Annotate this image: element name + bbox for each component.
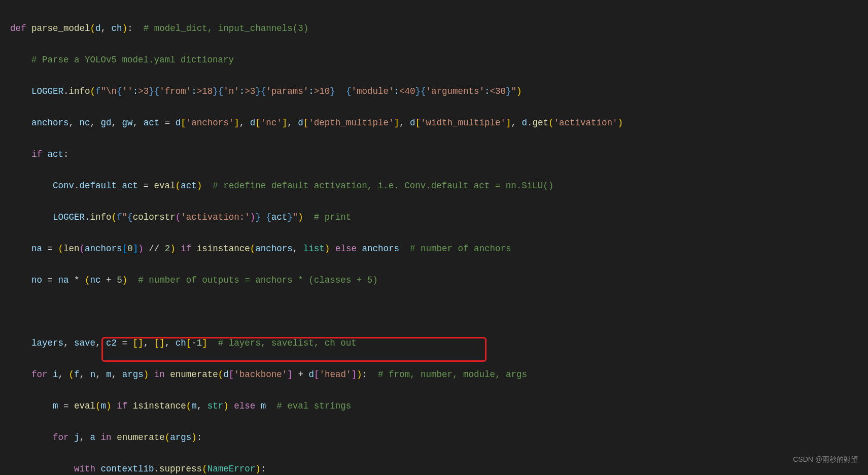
code-line: [10, 304, 858, 320]
code-line: with contextlib.suppress(NameError):: [10, 461, 858, 475]
code-line: LOGGER.info(f"\n{'':>3}{'from':>18}{'n':…: [10, 84, 858, 99]
code-line: no = na * (nc + 5) # number of outputs =…: [10, 273, 858, 288]
code-line: for j, a in enumerate(args):: [10, 430, 858, 446]
code-line: anchors, nc, gd, gw, act = d['anchors'],…: [10, 115, 858, 131]
code-line: for i, (f, n, m, args) in enumerate(d['b…: [10, 367, 858, 383]
code-line: if act:: [10, 147, 858, 162]
watermark: CSDN @雨秒的對望: [793, 452, 858, 467]
code-line: layers, save, c2 = [], [], ch[-1] # laye…: [10, 335, 858, 351]
code-line: Conv.default_act = eval(act) # redefine …: [10, 178, 858, 194]
code-line: na = (len(anchors[0]) // 2) if isinstanc…: [10, 241, 858, 257]
code-line: # Parse a YOLOv5 model.yaml dictionary: [10, 52, 858, 68]
code-line: m = eval(m) if isinstance(m, str) else m…: [10, 398, 858, 414]
code-editor[interactable]: def parse_model(d, ch): # model_dict, in…: [0, 0, 868, 475]
code-line: def parse_model(d, ch): # model_dict, in…: [10, 21, 858, 37]
code-line: LOGGER.info(f"{colorstr('activation:')} …: [10, 210, 858, 225]
